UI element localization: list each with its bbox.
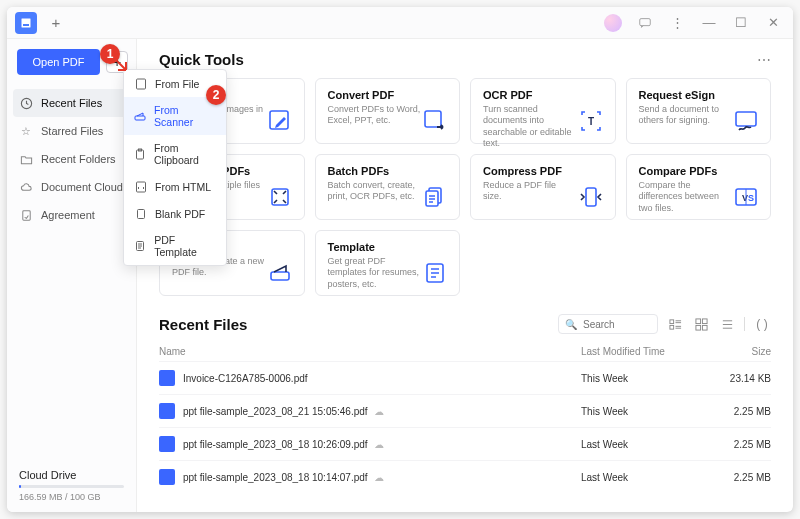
tool-ocr-pdf[interactable]: OCR PDFTurn scanned documents into searc… — [470, 78, 616, 144]
svg-rect-3 — [640, 18, 651, 25]
svg-rect-21 — [695, 318, 700, 323]
sidebar-item-recent-files[interactable]: Recent Files — [13, 89, 130, 117]
table-row[interactable]: ppt file-sample_2023_08_18 10:14:07.pdf☁… — [159, 460, 771, 493]
sidebar-item-label: Recent Folders — [41, 153, 116, 165]
file-name: ppt file-sample_2023_08_21 15:05:46.pdf — [183, 406, 368, 417]
tool-convert-pdf[interactable]: Convert PDFConvert PDFs to Word, Excel, … — [315, 78, 461, 144]
cloud-badge-icon: ☁ — [374, 439, 386, 450]
menu-from-clipboard[interactable]: From Clipboard — [124, 135, 226, 173]
convert-icon — [421, 107, 449, 135]
tool-desc: Batch convert, create, print, OCR PDFs, … — [328, 180, 422, 203]
sidebar-item-recent-folders[interactable]: Recent Folders — [7, 145, 136, 173]
cloud-drive-title: Cloud Drive — [19, 469, 124, 481]
tool-desc: Compare the differences between two file… — [639, 180, 733, 214]
sidebar-item-agreement[interactable]: Agreement — [7, 201, 136, 229]
quick-tools-more-button[interactable]: ⋯ — [757, 52, 771, 68]
tool-compare-pdfs[interactable]: Compare PDFsCompare the differences betw… — [626, 154, 772, 220]
template-icon — [134, 240, 146, 253]
sidebar-item-label: Starred Files — [41, 125, 103, 137]
avatar-button[interactable] — [599, 11, 627, 35]
menu-from-html[interactable]: From HTML — [124, 173, 226, 200]
sidebar-item-label: Recent Files — [41, 97, 102, 109]
file-name: ppt file-sample_2023_08_18 10:26:09.pdf — [183, 439, 368, 450]
table-row[interactable]: ppt file-sample_2023_08_18 10:26:09.pdf☁… — [159, 427, 771, 460]
file-size: 2.25 MB — [711, 406, 771, 417]
recent-files-title: Recent Files — [159, 316, 247, 333]
sidebar-item-label: Document Cloud — [41, 181, 123, 193]
clock-icon — [19, 96, 33, 110]
sidebar-item-starred-files[interactable]: ☆ Starred Files — [7, 117, 136, 145]
compare-icon: VS — [732, 183, 760, 211]
main-content: Quick Tools ⋯ Edit PDFEdit text and imag… — [137, 39, 793, 512]
sidebar-item-document-cloud[interactable]: Document Cloud — [7, 173, 136, 201]
new-tab-button[interactable]: + — [43, 12, 69, 34]
close-button[interactable]: ✕ — [759, 11, 787, 35]
svg-rect-24 — [702, 325, 707, 330]
file-size: 2.25 MB — [711, 439, 771, 450]
avatar-icon — [604, 14, 622, 32]
pdf-file-icon — [159, 403, 175, 419]
open-pdf-button[interactable]: Open PDF — [17, 49, 100, 75]
tool-batch-pdfs[interactable]: Batch PDFsBatch convert, create, print, … — [315, 154, 461, 220]
file-name: Invoice-C126A785-0006.pdf — [183, 373, 308, 384]
pdf-file-icon — [159, 436, 175, 452]
blank-icon — [134, 207, 147, 220]
svg-rect-25 — [136, 79, 145, 89]
sidebar-item-label: Agreement — [41, 209, 95, 221]
esign-icon — [732, 107, 760, 135]
scanner-icon — [134, 110, 146, 123]
tool-name: Compare PDFs — [639, 165, 733, 177]
template-icon — [421, 259, 449, 287]
svg-text:T: T — [587, 116, 593, 127]
menu-label: From File — [155, 78, 199, 90]
menu-label: From Clipboard — [154, 142, 216, 166]
cloud-drive-section[interactable]: Cloud Drive 166.59 MB / 100 GB — [7, 459, 136, 512]
file-size: 2.25 MB — [711, 472, 771, 483]
cloud-badge-icon: ☁ — [374, 406, 386, 417]
view-sort-button[interactable] — [718, 315, 736, 333]
menu-label: PDF Template — [154, 234, 216, 258]
view-grid-button[interactable] — [692, 315, 710, 333]
star-icon: ☆ — [19, 124, 33, 138]
svg-rect-23 — [695, 325, 700, 330]
view-list-button[interactable] — [666, 315, 684, 333]
file-time: This Week — [581, 406, 711, 417]
svg-rect-0 — [21, 18, 31, 28]
svg-rect-29 — [136, 182, 145, 192]
file-name: ppt file-sample_2023_08_18 10:14:07.pdf — [183, 472, 368, 483]
kebab-menu-button[interactable]: ⋮ — [663, 11, 691, 35]
tool-name: Convert PDF — [328, 89, 422, 101]
edit-icon — [266, 107, 294, 135]
chat-button[interactable] — [631, 11, 659, 35]
cloud-icon — [19, 180, 33, 194]
search-icon: 🔍 — [565, 319, 577, 330]
annotation-2: 2 — [206, 85, 226, 105]
svg-rect-7 — [425, 111, 441, 127]
tool-compress-pdf[interactable]: Compress PDFReduce a PDF file size. — [470, 154, 616, 220]
menu-blank-pdf[interactable]: Blank PDF — [124, 200, 226, 227]
tool-desc: Convert PDFs to Word, Excel, PPT, etc. — [328, 104, 422, 127]
batch-icon — [421, 183, 449, 211]
col-name: Name — [159, 346, 581, 357]
minimize-button[interactable]: — — [695, 11, 723, 35]
compress-icon — [577, 183, 605, 211]
quick-tools-grid: Edit PDFEdit text and images in a PDF. C… — [159, 78, 771, 296]
recent-search-input[interactable] — [583, 319, 651, 330]
col-time: Last Modified Time — [581, 346, 711, 357]
recent-search[interactable]: 🔍 — [558, 314, 658, 334]
svg-text:S: S — [748, 193, 754, 203]
app-logo — [15, 12, 37, 34]
svg-rect-6 — [270, 111, 288, 129]
menu-label: Blank PDF — [155, 208, 205, 220]
tool-name: Batch PDFs — [328, 165, 422, 177]
tool-request-esign[interactable]: Request eSignSend a document to others f… — [626, 78, 772, 144]
maximize-button[interactable]: ☐ — [727, 11, 755, 35]
table-row[interactable]: ppt file-sample_2023_08_21 15:05:46.pdf☁… — [159, 394, 771, 427]
file-icon — [134, 77, 147, 90]
table-row[interactable]: Invoice-C126A785-0006.pdfThis Week23.14 … — [159, 361, 771, 394]
menu-pdf-template[interactable]: PDF Template — [124, 227, 226, 265]
annotation-1: 1 — [100, 44, 120, 64]
recent-refresh-button[interactable]: ( ) — [753, 315, 771, 333]
tool-template[interactable]: TemplateGet great PDF templates for resu… — [315, 230, 461, 296]
tool-name: Template — [328, 241, 422, 253]
